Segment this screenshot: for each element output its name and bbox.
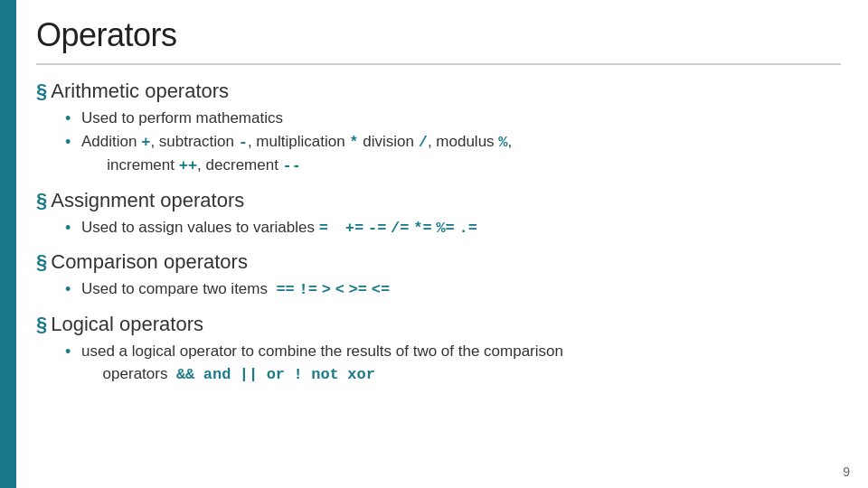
main-content: Operators § Arithmetic operators Used to… [27,0,868,414]
comparison-bullet-1: Used to compare two items == != > < >= <… [65,277,841,302]
title-divider [36,63,841,65]
assignment-bullet-1: Used to assign values to variables = += … [65,216,841,240]
section-title-comparison: Comparison operators [51,250,248,274]
section-comparison: § Comparison operators Used to compare t… [36,250,841,302]
section-header-arithmetic: § Arithmetic operators [36,80,841,103]
left-accent-bar [0,0,16,488]
assignment-bullet-list: Used to assign values to variables = += … [65,216,841,240]
logical-bullet-1: used a logical operator to combine the r… [65,340,841,387]
bracket-icon-assignment: § [36,191,47,211]
comparison-bullet-list: Used to compare two items == != > < >= <… [65,277,841,302]
section-title-assignment: Assignment operators [51,189,244,212]
arithmetic-bullet-1: Used to perform mathematics [65,107,841,130]
section-header-assignment: § Assignment operators [36,189,841,212]
bracket-icon-comparison: § [36,252,47,272]
page-title: Operators [36,16,841,54]
section-header-comparison: § Comparison operators [36,250,841,274]
arithmetic-bullet-list: Used to perform mathematics Addition +, … [65,107,841,178]
section-assignment: § Assignment operators Used to assign va… [36,189,841,240]
bracket-icon-arithmetic: § [36,81,47,101]
section-logical: § Logical operators used a logical opera… [36,313,841,387]
arithmetic-bullet-2: Addition +, subtraction -, multiplicatio… [65,130,841,178]
section-title-arithmetic: Arithmetic operators [51,80,229,103]
section-arithmetic: § Arithmetic operators Used to perform m… [36,80,841,178]
page-number: 9 [843,465,850,479]
section-header-logical: § Logical operators [36,313,841,336]
bracket-icon-logical: § [36,314,47,334]
logical-bullet-list: used a logical operator to combine the r… [65,340,841,387]
section-title-logical: Logical operators [51,313,203,336]
